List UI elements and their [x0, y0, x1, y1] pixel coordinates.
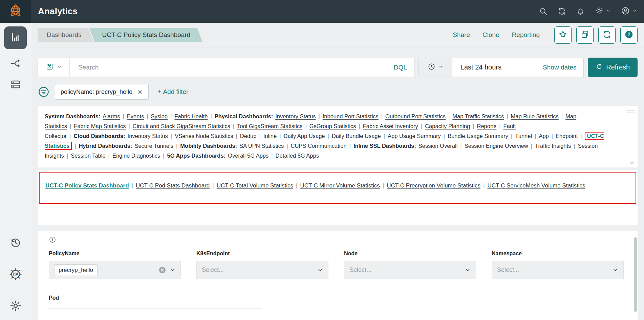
- dashboard-link[interactable]: Outbound Port Statistics: [385, 113, 446, 119]
- dashboard-link[interactable]: Daily Bundle Usage: [332, 133, 381, 139]
- notifications-bell-icon[interactable]: [576, 7, 585, 16]
- sidebar-item-settings[interactable]: [10, 300, 21, 313]
- filter-icon[interactable]: [38, 86, 50, 98]
- active-filter-pill[interactable]: policyName: precryp_hello: [55, 84, 149, 100]
- dashboard-link[interactable]: Dedup: [240, 133, 257, 139]
- share-button[interactable]: Share: [453, 31, 470, 39]
- reporting-button[interactable]: Reporting: [512, 31, 540, 39]
- dashboard-link[interactable]: Endpoint: [556, 133, 578, 139]
- dashboard-link[interactable]: Map Rule Statistics: [511, 113, 559, 119]
- uct-link[interactable]: UCT-C Precryption Volume Statistics: [387, 182, 480, 189]
- dashboard-link[interactable]: Daily App Usage: [284, 133, 325, 139]
- dashboard-link[interactable]: Session Table: [71, 153, 105, 159]
- link-separator: |: [176, 143, 177, 149]
- sidebar-item-inventory[interactable]: [10, 79, 21, 91]
- theme-menu[interactable]: [595, 6, 611, 16]
- dashboard-link[interactable]: Events: [127, 113, 144, 119]
- search-icon[interactable]: [539, 7, 548, 16]
- sidebar-item-dashboards[interactable]: [4, 26, 27, 49]
- dashboard-link[interactable]: Reports: [477, 123, 496, 129]
- dashboard-link[interactable]: Tool GigaStream Statistics: [237, 123, 303, 129]
- uct-link[interactable]: UCT-C Total Volume Statistics: [217, 182, 293, 189]
- add-filter-button[interactable]: + Add filter: [158, 88, 188, 96]
- policyname-select[interactable]: precryp_hello: [49, 261, 181, 279]
- link-separator: |: [499, 123, 500, 129]
- dashboard-link[interactable]: Capacity Planning: [425, 123, 470, 129]
- dashboard-link[interactable]: Session Overall: [418, 143, 458, 149]
- refresh-button-label: Refresh: [606, 63, 630, 71]
- dashboard-link[interactable]: Inbound Port Statistics: [323, 113, 379, 119]
- dashboard-link[interactable]: Alarms: [103, 113, 120, 119]
- dashboard-link[interactable]: Fabric Asset Inventory: [363, 123, 418, 129]
- uct-link[interactable]: UCT-C ServiceMesh Volume Statistics: [487, 182, 585, 189]
- dashboard-link[interactable]: Syslog: [151, 113, 168, 119]
- dashboard-link[interactable]: Detailed 5G Apps: [276, 153, 319, 159]
- help-button[interactable]: ?: [620, 26, 638, 44]
- sidebar-item-traffic[interactable]: [10, 58, 21, 70]
- sidebar-item-history[interactable]: [10, 237, 21, 250]
- dashboard-link[interactable]: Traffic Insights: [535, 143, 571, 149]
- breadcrumb-tab-dashboards[interactable]: Dashboards: [38, 28, 93, 42]
- time-picker-menu[interactable]: [419, 58, 452, 77]
- namespace-select[interactable]: Select...: [492, 261, 624, 279]
- chevron-down-icon: [632, 8, 637, 15]
- remove-filter-icon[interactable]: [137, 89, 143, 95]
- time-range-value[interactable]: Last 24 hours: [452, 63, 501, 71]
- uct-link-active[interactable]: UCT-C Policy Stats Dashboard: [45, 182, 129, 189]
- favorite-star-button[interactable]: [554, 26, 572, 44]
- dashboard-link[interactable]: Circuit and Stack GigaStream Statistics: [133, 123, 230, 129]
- refresh-button[interactable]: Refresh: [588, 58, 638, 77]
- search-input[interactable]: [70, 64, 394, 71]
- dashboard-link[interactable]: App: [539, 133, 549, 139]
- show-dates-link[interactable]: Show dates: [543, 64, 583, 71]
- panel-drag-handle-icon[interactable]: [626, 108, 635, 114]
- dashboard-link[interactable]: Tunnel: [515, 133, 532, 139]
- sync-icon[interactable]: [558, 7, 566, 16]
- header-actions: Share Clone Reporting ?: [453, 26, 638, 44]
- dashboard-link[interactable]: Inline: [263, 133, 277, 139]
- dashboard-link[interactable]: Fabric Health: [174, 113, 208, 119]
- saved-searches-menu[interactable]: [38, 58, 70, 77]
- dashboard-group-label: Mobility Dashboards:: [180, 143, 237, 149]
- header-icon-buttons: ?: [554, 26, 638, 44]
- dashboard-link[interactable]: Engine Diagnostics: [112, 153, 160, 159]
- vertical-scrollbar[interactable]: [634, 237, 637, 312]
- dashboard-link[interactable]: CUPS Communication: [291, 143, 347, 149]
- dashboard-link[interactable]: App Usage Summary: [388, 133, 441, 139]
- duplicate-button[interactable]: [576, 26, 594, 44]
- app-logo[interactable]: [0, 0, 31, 23]
- clone-button[interactable]: Clone: [482, 31, 499, 39]
- dashboard-link[interactable]: Secure Tunnels: [134, 143, 173, 149]
- breadcrumb-tab-current-dashboard[interactable]: UCT-C Policy Stats Dashboard: [89, 28, 202, 42]
- link-separator: |: [305, 123, 306, 129]
- link-separator: |: [552, 133, 553, 139]
- link-separator: |: [384, 133, 385, 139]
- query-row: DQL Last 24 hours Show dates Refresh: [31, 58, 644, 77]
- dashboard-link[interactable]: SA UPN Statistics: [239, 143, 284, 149]
- dashboard-link[interactable]: Overall 5G Apps: [228, 153, 269, 159]
- dql-toggle[interactable]: DQL: [394, 64, 414, 71]
- selected-tag: precryp_hello: [54, 264, 98, 276]
- sidebar-item-high-availability[interactable]: HA: [9, 268, 22, 282]
- uct-link[interactable]: UCT-C Pod Stats Dashboard: [136, 182, 210, 189]
- link-separator: |: [74, 143, 76, 149]
- scroll-down-icon[interactable]: [629, 160, 635, 167]
- k8sendpoint-select[interactable]: Select...: [196, 261, 328, 279]
- uct-link[interactable]: UCT-C Mirror Volume Statistics: [300, 182, 380, 189]
- link-separator: |: [561, 113, 563, 119]
- dashboard-link[interactable]: Map Traffic Statistics: [452, 113, 504, 119]
- dashboard-link[interactable]: VSeries Node Statistics: [175, 133, 233, 139]
- reload-dashboard-button[interactable]: [598, 26, 616, 44]
- user-menu[interactable]: [621, 6, 637, 17]
- dashboard-link[interactable]: Session Engine Overview: [465, 143, 528, 149]
- info-icon[interactable]: [49, 236, 56, 243]
- pod-select[interactable]: [49, 308, 262, 320]
- dashboard-link[interactable]: Inventory Status: [275, 113, 316, 119]
- node-select[interactable]: Select...: [344, 261, 476, 279]
- dashboard-link[interactable]: GsGroup Statistics: [309, 123, 356, 129]
- dashboard-link[interactable]: Fabric Map Statistics: [74, 123, 126, 129]
- dashboard-link[interactable]: Bundle Usage Summary: [448, 133, 508, 139]
- dashboard-link[interactable]: Inventory Status: [128, 133, 168, 139]
- clear-tag-icon[interactable]: [158, 266, 166, 274]
- link-separator: |: [171, 133, 172, 139]
